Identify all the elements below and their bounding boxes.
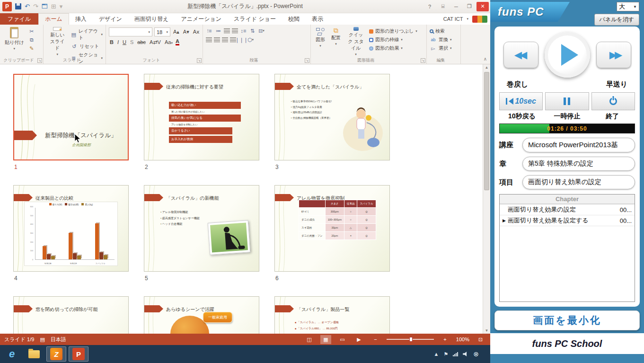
- underline-icon[interactable]: U: [122, 39, 127, 45]
- taskbar-funs-app[interactable]: Z: [46, 346, 66, 362]
- format-painter-icon[interactable]: ✎: [28, 45, 35, 52]
- zoom-level[interactable]: 100%: [456, 336, 469, 342]
- clipboard-dialog-launcher[interactable]: ↘: [37, 58, 42, 63]
- shape-effects-button[interactable]: 図形の効果▾: [369, 45, 417, 52]
- align-right-icon[interactable]: [222, 37, 228, 43]
- select-button[interactable]: ▻選択▾: [430, 45, 452, 52]
- slideshow-view-icon[interactable]: ▶: [353, 335, 364, 344]
- volume-icon[interactable]: [463, 351, 468, 357]
- notes-icon[interactable]: ▤: [40, 336, 44, 343]
- tab-view[interactable]: 表示: [306, 13, 329, 25]
- text-shadow-icon[interactable]: S: [129, 39, 134, 45]
- tab-insert[interactable]: 挿入: [69, 13, 93, 25]
- tab-transitions[interactable]: 画面切り替え: [128, 13, 175, 25]
- tab-review[interactable]: 校閲: [282, 13, 306, 25]
- bullets-icon[interactable]: ⁝≡: [206, 27, 213, 34]
- indent-decrease-icon[interactable]: [224, 28, 230, 34]
- drawing-dialog-launcher[interactable]: ↘: [421, 58, 425, 63]
- change-case-icon[interactable]: Aa▾: [164, 39, 174, 45]
- replace-button[interactable]: ab置換▾: [430, 36, 452, 43]
- numbering-icon[interactable]: ≔: [215, 27, 222, 34]
- zoom-in-icon[interactable]: +: [440, 335, 450, 344]
- normal-view-icon[interactable]: ◫: [304, 335, 315, 344]
- paste-button[interactable]: 貼り付け ▾: [3, 27, 26, 57]
- progress-bar[interactable]: 01:26 / 03:50: [499, 124, 635, 133]
- network-icon[interactable]: [453, 352, 458, 356]
- fit-to-window-icon[interactable]: ⊡: [475, 335, 486, 344]
- close-button[interactable]: ✕: [476, 2, 489, 11]
- redo-icon[interactable]: ↷: [33, 3, 38, 9]
- align-left-icon[interactable]: [206, 37, 212, 43]
- help-button[interactable]: ?: [423, 2, 436, 11]
- font-name-combo[interactable]: ▾: [109, 27, 152, 36]
- font-color-icon[interactable]: A: [176, 39, 179, 45]
- undo-icon[interactable]: ↶: [25, 3, 30, 9]
- clear-formatting-icon[interactable]: A𝗑: [192, 29, 201, 35]
- remove-hardware-icon[interactable]: ⊗: [473, 350, 479, 358]
- font-size-combo[interactable]: 18▾: [154, 27, 170, 36]
- align-text-icon[interactable]: ⊟▾: [258, 27, 265, 34]
- slide-thumbnail-8[interactable]: あらゆるシーンで活躍 一般家庭用: [144, 296, 259, 334]
- convert-smartart-icon[interactable]: ⬡▾: [247, 36, 254, 43]
- hide-panel-button[interactable]: パネルを消す: [594, 14, 639, 26]
- font-dialog-launcher[interactable]: ↘: [197, 58, 202, 63]
- grow-font-icon[interactable]: A▴: [172, 29, 180, 35]
- minimize-button[interactable]: ─: [450, 2, 462, 11]
- slide-thumbnail-1[interactable]: 新型掃除機「スパイラル」 企画開発部: [13, 74, 129, 160]
- save-icon[interactable]: [15, 3, 21, 9]
- ribbon-display-options-button[interactable]: ⌸: [437, 2, 449, 11]
- indent-increase-icon[interactable]: [232, 28, 238, 34]
- copy-icon[interactable]: ⧉: [28, 36, 35, 43]
- show-hidden-icons-icon[interactable]: ▲: [434, 351, 439, 357]
- language-indicator[interactable]: 日本語: [51, 336, 66, 343]
- fast-forward-button[interactable]: ▶▶: [596, 42, 631, 68]
- zoom-slider-thumb[interactable]: [409, 337, 413, 342]
- customize-qat-icon[interactable]: ▾: [60, 3, 63, 9]
- taskbar-powerpoint[interactable]: P: [69, 346, 88, 362]
- shape-outline-button[interactable]: 図形の枠線▾: [369, 36, 417, 43]
- strikethrough-icon[interactable]: abc: [136, 39, 147, 45]
- find-button[interactable]: 検索: [430, 28, 452, 35]
- tab-home[interactable]: ホーム: [38, 13, 69, 25]
- shape-fill-button[interactable]: 図形の塗りつぶし▾: [369, 28, 417, 35]
- font-size-select[interactable]: 大▼: [617, 2, 639, 11]
- columns-icon[interactable]: ❘❘❘: [238, 36, 245, 43]
- taskbar-explorer[interactable]: [24, 346, 44, 362]
- quick-styles-button[interactable]: クイック スタイル ▾: [345, 27, 367, 57]
- taskbar-ie[interactable]: e: [2, 346, 22, 362]
- cut-icon[interactable]: ✂: [28, 28, 35, 35]
- align-center-icon[interactable]: [214, 37, 220, 43]
- minimize-screen-button[interactable]: 画面を最小化: [494, 310, 640, 330]
- paragraph-dialog-launcher[interactable]: ↘: [305, 58, 309, 63]
- slide-thumbnail-2[interactable]: 従来の掃除機に対する要望 吸い込む力が強い 買った頃の吸引力が持続したい 排気の…: [144, 74, 259, 160]
- powerpoint-app-icon[interactable]: P: [2, 2, 12, 11]
- quit-button[interactable]: [591, 92, 635, 110]
- new-slide-button[interactable]: 新しいスライド ▾: [46, 27, 68, 57]
- chapter-row-2[interactable]: ▶ 画面切り替え効果を設定する 00...: [500, 215, 635, 226]
- slide-thumbnail-5[interactable]: 「スパイラル」の新機能 アレル物質抑制機能 超高感度ダストセンサー機能 ヘッド自…: [144, 185, 259, 272]
- tab-design[interactable]: デザイン: [93, 13, 128, 25]
- rewind-button[interactable]: ◀◀: [503, 42, 538, 68]
- slide-thumbnail-4[interactable]: 従来製品との比較 吸引力(W) 騒音値(dB) 重さ(kg) 600500400…: [13, 185, 129, 272]
- tab-animations[interactable]: アニメーション: [175, 13, 228, 25]
- vertical-scrollbar[interactable]: ▲ ▼: [483, 64, 490, 334]
- tab-slideshow[interactable]: スライド ショー: [228, 13, 282, 25]
- arrange-button[interactable]: ⧉ 配置 ▾: [329, 27, 343, 57]
- slide-sorter-view-icon[interactable]: ▦: [320, 335, 331, 344]
- layout-button[interactable]: ▤レイアウト▾: [71, 28, 103, 41]
- pause-button[interactable]: [545, 92, 589, 110]
- italic-icon[interactable]: I: [116, 39, 120, 45]
- bold-icon[interactable]: B: [109, 39, 115, 45]
- play-button[interactable]: [545, 32, 590, 78]
- reading-view-icon[interactable]: ▭: [337, 335, 348, 344]
- collapse-ribbon-icon[interactable]: ∧: [484, 56, 487, 62]
- action-center-flag-icon[interactable]: ⚑: [443, 351, 448, 357]
- tab-file[interactable]: ファイル: [0, 13, 38, 25]
- slide-thumbnail-3[interactable]: 全てを満たした「スパイラル」 吸込仕事率650Wのパワフル吸引! 強力Ag脱臭フ…: [274, 74, 390, 160]
- restore-button[interactable]: ❐: [463, 2, 476, 11]
- slide-thumbnail-7[interactable]: 窓を閉め切っての掃除が可能: [13, 296, 129, 334]
- start-slideshow-icon[interactable]: 🗔: [42, 3, 48, 9]
- touch-mode-icon[interactable]: ⊞: [51, 3, 56, 9]
- shrink-font-icon[interactable]: A▾: [182, 29, 190, 35]
- slide-thumbnail-9[interactable]: 「スパイラル」製品一覧 「スパイラル」 … オープン価格 「スパイラル880」 …: [274, 296, 390, 334]
